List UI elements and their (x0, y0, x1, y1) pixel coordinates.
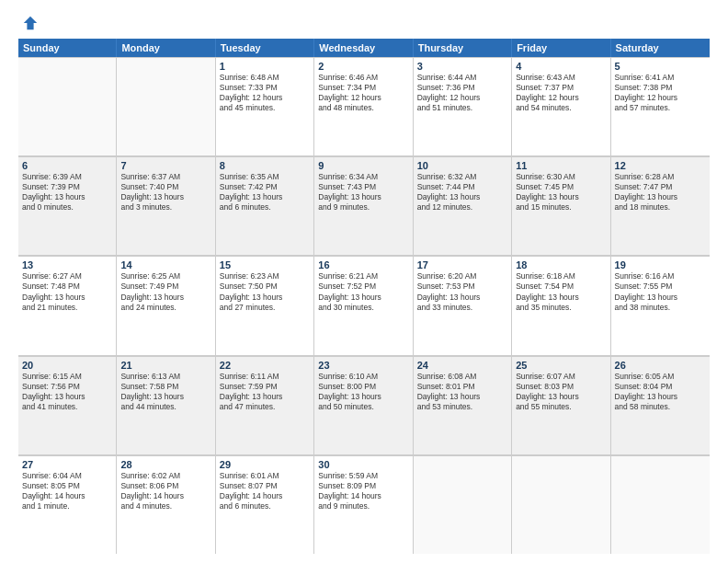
day-number: 13 (22, 259, 112, 270)
cell-info-line: Sunset: 7:59 PM (220, 382, 310, 392)
cell-info-line: Sunrise: 6:01 AM (220, 471, 310, 481)
cell-info-line: Daylight: 13 hours (615, 392, 706, 402)
cell-info-line: Daylight: 13 hours (22, 192, 112, 202)
day-number: 21 (120, 360, 210, 371)
cell-info-line: Sunset: 7:55 PM (615, 282, 706, 292)
day-number: 30 (318, 459, 408, 470)
day-number: 20 (22, 360, 112, 371)
calendar-week-5: 27Sunrise: 6:04 AMSunset: 8:05 PMDayligh… (18, 455, 710, 554)
cell-info-line: Sunset: 7:38 PM (615, 83, 706, 93)
calendar-cell: 16Sunrise: 6:21 AMSunset: 7:52 PMDayligh… (314, 256, 413, 354)
calendar-cell: 6Sunrise: 6:39 AMSunset: 7:39 PMDaylight… (18, 156, 117, 255)
calendar-cell: 20Sunrise: 6:15 AMSunset: 7:56 PMDayligh… (18, 356, 117, 454)
cell-info-line: Daylight: 13 hours (516, 293, 606, 303)
logo (18, 15, 39, 31)
cell-info-line: Sunrise: 6:10 AM (318, 372, 408, 382)
cell-info-line: Daylight: 13 hours (220, 293, 310, 303)
calendar-cell: 5Sunrise: 6:41 AMSunset: 7:38 PMDaylight… (611, 57, 710, 155)
day-number: 17 (417, 259, 507, 270)
cell-info-line: Sunset: 7:49 PM (120, 282, 210, 292)
cell-info-line: Daylight: 13 hours (417, 192, 507, 202)
logo-icon (22, 15, 39, 31)
cell-info-line: Sunrise: 6:34 AM (318, 172, 408, 182)
cell-info-line: Sunset: 7:47 PM (615, 182, 706, 192)
day-number: 7 (120, 160, 210, 171)
calendar-week-3: 13Sunrise: 6:27 AMSunset: 7:48 PMDayligh… (18, 256, 710, 355)
cell-info-line: and 15 minutes. (516, 202, 606, 213)
cell-info-line: and 50 minutes. (318, 402, 408, 412)
day-number: 6 (22, 160, 112, 171)
cell-info-line: Sunset: 7:48 PM (22, 282, 112, 292)
cell-info-line: Sunrise: 6:13 AM (120, 372, 210, 382)
cell-info-line: Sunrise: 6:23 AM (220, 271, 310, 282)
day-number: 5 (615, 61, 706, 72)
day-header-wednesday: Wednesday (314, 39, 413, 57)
day-header-sunday: Sunday (18, 39, 117, 57)
calendar-cell: 21Sunrise: 6:13 AMSunset: 7:58 PMDayligh… (117, 356, 215, 454)
cell-info-line: Sunrise: 6:30 AM (516, 172, 606, 182)
cell-info-line: and 45 minutes. (220, 103, 310, 113)
cell-info-line: Sunrise: 6:35 AM (220, 172, 310, 182)
cell-info-line: Sunset: 8:05 PM (22, 481, 112, 491)
cell-info-line: Daylight: 12 hours (516, 93, 606, 103)
cell-info-line: and 55 minutes. (516, 402, 606, 412)
cell-info-line: Sunrise: 6:46 AM (318, 73, 408, 83)
cell-info-line: and 12 minutes. (417, 202, 507, 213)
calendar-cell: 18Sunrise: 6:18 AMSunset: 7:54 PMDayligh… (512, 256, 610, 354)
calendar-cell: 9Sunrise: 6:34 AMSunset: 7:43 PMDaylight… (314, 156, 413, 255)
cell-info-line: Sunset: 7:36 PM (417, 83, 507, 93)
cell-info-line: Sunset: 7:37 PM (516, 83, 606, 93)
cell-info-line: Sunset: 8:03 PM (516, 382, 606, 392)
cell-info-line: and 48 minutes. (318, 103, 408, 113)
cell-info-line: Sunrise: 6:44 AM (417, 73, 507, 83)
cell-info-line: Daylight: 14 hours (220, 491, 310, 501)
cell-info-line: and 57 minutes. (615, 103, 706, 113)
calendar-cell: 14Sunrise: 6:25 AMSunset: 7:49 PMDayligh… (117, 256, 215, 354)
cell-info-line: Sunrise: 6:37 AM (120, 172, 210, 182)
day-header-tuesday: Tuesday (216, 39, 314, 57)
calendar-cell: 17Sunrise: 6:20 AMSunset: 7:53 PMDayligh… (414, 256, 512, 354)
cell-info-line: Sunrise: 6:04 AM (22, 471, 112, 481)
day-number: 24 (417, 360, 507, 371)
calendar-cell: 13Sunrise: 6:27 AMSunset: 7:48 PMDayligh… (18, 256, 117, 354)
cell-info-line: Sunset: 7:58 PM (120, 382, 210, 392)
calendar: SundayMondayTuesdayWednesdayThursdayFrid… (18, 39, 710, 554)
cell-info-line: Sunrise: 6:28 AM (615, 172, 706, 182)
calendar-cell: 23Sunrise: 6:10 AMSunset: 8:00 PMDayligh… (314, 356, 413, 454)
calendar-cell (512, 455, 610, 554)
cell-info-line: Daylight: 13 hours (417, 293, 507, 303)
cell-info-line: Sunrise: 6:11 AM (220, 372, 310, 382)
calendar-cell: 27Sunrise: 6:04 AMSunset: 8:05 PMDayligh… (18, 455, 117, 554)
cell-info-line: Sunset: 8:06 PM (120, 481, 210, 491)
cell-info-line: and 18 minutes. (615, 202, 706, 213)
cell-info-line: Daylight: 13 hours (615, 192, 706, 202)
calendar-cell: 1Sunrise: 6:48 AMSunset: 7:33 PMDaylight… (216, 57, 314, 155)
cell-info-line: Sunset: 7:54 PM (516, 282, 606, 292)
cell-info-line: Sunrise: 6:05 AM (615, 372, 706, 382)
cell-info-line: Sunset: 7:39 PM (22, 182, 112, 192)
cell-info-line: and 44 minutes. (120, 402, 210, 412)
cell-info-line: and 58 minutes. (615, 402, 706, 412)
day-header-thursday: Thursday (414, 39, 512, 57)
day-number: 10 (417, 160, 507, 171)
cell-info-line: Sunset: 8:09 PM (318, 481, 408, 491)
cell-info-line: Daylight: 12 hours (615, 93, 706, 103)
header (18, 15, 710, 31)
calendar-cell: 2Sunrise: 6:46 AMSunset: 7:34 PMDaylight… (314, 57, 413, 155)
calendar-cell: 28Sunrise: 6:02 AMSunset: 8:06 PMDayligh… (117, 455, 215, 554)
calendar-week-1: 1Sunrise: 6:48 AMSunset: 7:33 PMDaylight… (18, 57, 710, 156)
cell-info-line: Daylight: 13 hours (516, 192, 606, 202)
cell-info-line: and 47 minutes. (220, 402, 310, 412)
day-number: 11 (516, 160, 606, 171)
calendar-cell: 26Sunrise: 6:05 AMSunset: 8:04 PMDayligh… (611, 356, 710, 454)
cell-info-line: Sunset: 7:40 PM (120, 182, 210, 192)
cell-info-line: Sunset: 7:53 PM (417, 282, 507, 292)
calendar-cell: 25Sunrise: 6:07 AMSunset: 8:03 PMDayligh… (512, 356, 610, 454)
cell-info-line: Daylight: 13 hours (22, 392, 112, 402)
cell-info-line: Daylight: 13 hours (120, 293, 210, 303)
day-header-saturday: Saturday (611, 39, 710, 57)
calendar-header: SundayMondayTuesdayWednesdayThursdayFrid… (18, 39, 710, 57)
day-number: 14 (120, 259, 210, 270)
day-number: 19 (615, 259, 706, 270)
cell-info-line: and 1 minute. (22, 501, 112, 511)
